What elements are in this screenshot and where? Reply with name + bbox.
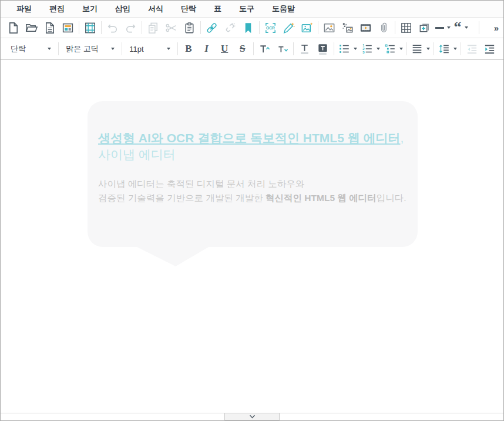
paragraph-style-select[interactable]: 단락 [5, 40, 56, 58]
undo-button[interactable] [103, 19, 122, 36]
menu-format[interactable]: 서식 [139, 1, 172, 17]
numbered-list-button[interactable]: 1 2 3 [359, 40, 382, 58]
collapse-panel-button[interactable] [224, 413, 280, 420]
ai-image-icon [300, 21, 314, 35]
bookmark-icon [241, 21, 255, 35]
toolbar-separator [58, 42, 59, 55]
toolbar-separator [461, 42, 461, 55]
placeholder-heading: 생성형 AI와 OCR 결합으로 독보적인 HTML5 웹 에디터, 사이냅 에… [98, 130, 408, 162]
placeholder-body-line2: 검증된 기술력을 기반으로 개발된 개발한 [98, 193, 266, 203]
increase-indent-icon [483, 42, 496, 56]
toolbar-separator [479, 21, 479, 34]
page-setup-icon [83, 21, 97, 35]
toolbar-separator [101, 21, 102, 34]
strikethrough-button[interactable]: S [233, 40, 251, 58]
template-button[interactable] [59, 19, 77, 36]
menu-help[interactable]: 도움말 [263, 1, 304, 17]
more-tools-button[interactable]: » [490, 23, 500, 33]
redo-icon [124, 21, 137, 35]
link-button[interactable] [203, 19, 221, 36]
template-icon [61, 21, 75, 35]
open-button[interactable] [22, 19, 41, 36]
highlight-color-button[interactable] [314, 40, 332, 58]
italic-button[interactable]: I [197, 40, 216, 58]
ai-image-button[interactable] [298, 19, 316, 36]
paste-button[interactable] [180, 19, 199, 36]
increase-indent-button[interactable] [481, 40, 499, 58]
font-size-select[interactable]: 11pt [124, 40, 175, 58]
table-icon [399, 21, 413, 35]
copy-button[interactable] [144, 19, 162, 36]
menu-paragraph[interactable]: 단락 [172, 1, 205, 17]
new-document-icon [6, 21, 20, 35]
chevron-down-icon [249, 415, 256, 419]
toolbar-separator [434, 42, 434, 55]
placeholder-body-line1: 사이냅 에디터는 축적된 디지털 문서 처리 노하우와 [98, 179, 304, 189]
bottom-bar [1, 413, 503, 420]
toolbar-separator [259, 21, 260, 34]
blockquote-icon: “ [454, 23, 462, 32]
add-frame-button[interactable] [415, 19, 434, 36]
bullet-list-button[interactable] [336, 40, 359, 58]
menu-insert[interactable]: 삽입 [106, 1, 139, 17]
ocr-button[interactable]: OCR [261, 19, 280, 36]
speech-bubble-content: 생성형 AI와 OCR 결합으로 독보적인 HTML5 웹 에디터, 사이냅 에… [88, 101, 418, 205]
multilevel-list-button[interactable] [382, 40, 405, 58]
image-icon [322, 21, 336, 35]
toolbar-separator [177, 42, 178, 55]
chevron-down-icon [399, 48, 403, 50]
chevron-down-icon [354, 48, 357, 50]
image-collection-button[interactable] [338, 19, 357, 36]
table-button[interactable] [397, 19, 415, 36]
cut-icon [164, 21, 178, 35]
cut-button[interactable] [162, 19, 180, 36]
decrease-indent-icon [465, 42, 479, 56]
alignment-button[interactable] [409, 40, 432, 58]
chevron-down-icon [426, 48, 430, 50]
line-spacing-button[interactable] [436, 40, 459, 58]
chevron-down-icon [48, 48, 51, 50]
toolbar-separator [200, 21, 201, 34]
image-button[interactable] [320, 19, 338, 36]
editor-canvas[interactable]: 생성형 AI와 OCR 결합으로 독보적인 HTML5 웹 에디터, 사이냅 에… [1, 60, 503, 413]
chevron-down-icon [453, 48, 457, 50]
bookmark-button[interactable] [239, 19, 257, 36]
chevron-down-icon [111, 48, 115, 50]
blockquote-button[interactable]: “ [452, 19, 470, 36]
attachment-button[interactable] [375, 19, 393, 36]
menu-file[interactable]: 파일 [8, 1, 41, 17]
menu-table[interactable]: 표 [205, 1, 230, 17]
toolbar-separator [253, 42, 254, 55]
menu-view[interactable]: 보기 [73, 1, 106, 17]
link-icon [205, 21, 219, 35]
add-frame-icon [418, 21, 431, 35]
underline-button[interactable]: U [216, 40, 234, 58]
font-family-select[interactable]: 맑은 고딕 [61, 40, 120, 58]
redo-button[interactable] [122, 19, 140, 36]
toolbar-separator [318, 21, 318, 34]
recent-document-button[interactable] [41, 19, 59, 36]
open-folder-icon [25, 21, 38, 35]
menu-edit[interactable]: 편집 [41, 1, 73, 17]
page-setup-button[interactable] [81, 19, 99, 36]
bold-button[interactable]: B [180, 40, 198, 58]
video-button[interactable] [357, 19, 375, 36]
placeholder-heading-link[interactable]: 생성형 AI와 OCR 결합으로 독보적인 HTML5 웹 에디터 [98, 131, 401, 145]
ai-pen-button[interactable] [280, 19, 298, 36]
horizontal-line-button[interactable] [434, 19, 452, 36]
image-collection-icon [341, 21, 354, 35]
unlink-button[interactable] [221, 19, 239, 36]
text-color-button[interactable] [295, 40, 314, 58]
chevron-down-icon [465, 26, 468, 29]
increase-font-size-button[interactable] [256, 40, 274, 58]
attachment-icon [377, 21, 391, 35]
ai-pen-icon [282, 21, 295, 35]
font-family-value: 맑은 고딕 [66, 44, 99, 54]
menu-tools[interactable]: 도구 [230, 1, 263, 17]
placeholder-body-suffix: 입니다. [377, 193, 406, 203]
placeholder-body-text: 사이냅 에디터는 축적된 디지털 문서 처리 노하우와 검증된 기술력을 기반으… [98, 177, 408, 205]
decrease-indent-button[interactable] [463, 40, 481, 58]
new-document-button[interactable] [4, 19, 22, 36]
increase-font-size-icon [258, 42, 271, 56]
decrease-font-size-button[interactable] [274, 40, 292, 58]
